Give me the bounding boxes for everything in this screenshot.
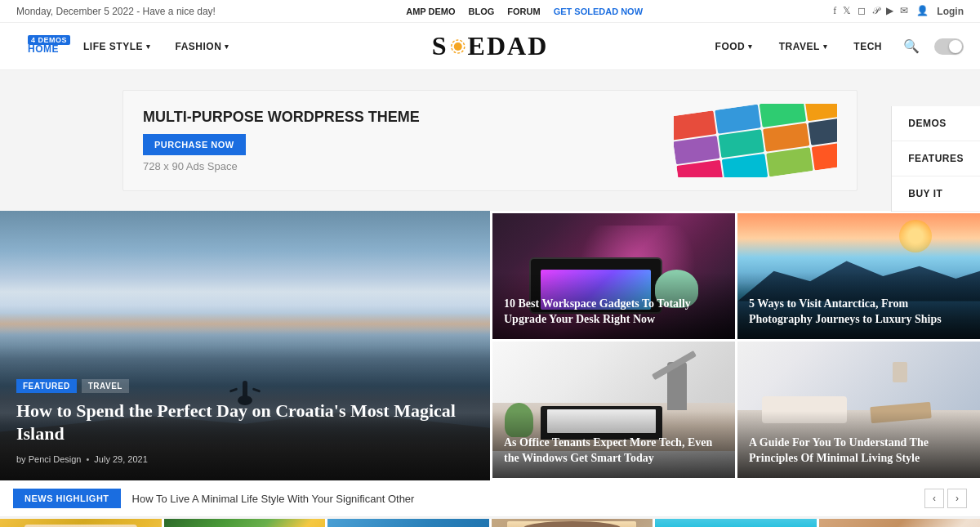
workspace-title[interactable]: 10 Best Workspace Gadgets To Totally Upg…	[504, 297, 724, 328]
ad-section: MULTI-PURPOSE WORDPRESS THEME PURCHASE N…	[0, 70, 980, 211]
nav-travel[interactable]: TRAVEL	[768, 34, 840, 59]
news-highlight-text[interactable]: How To Live A Minimal Life Style With Yo…	[132, 493, 913, 505]
article-antarctica[interactable]: 5 Ways to Visit Antarctica, From Photogr…	[735, 211, 980, 342]
workspace-overlay: 10 Best Workspace Gadgets To Totally Upg…	[492, 272, 735, 339]
thumb-4[interactable]	[492, 519, 656, 527]
top-bar: Monday, December 5 2022 - Have a nice da…	[0, 0, 980, 23]
top-bar-right: f 𝕏 ◻ 𝒫 ▶ ✉ 👤 Login	[833, 5, 964, 17]
ad-title: MULTI-PURPOSE WORDPRESS THEME	[143, 109, 657, 126]
pinterest-icon[interactable]: 𝒫	[872, 5, 880, 17]
thumb-5[interactable]	[655, 519, 819, 527]
email-icon[interactable]: ✉	[900, 5, 908, 17]
sidebar-menu: DEMOS FEATURES BUY IT	[891, 106, 980, 212]
news-nav-buttons: ‹ ›	[924, 489, 967, 508]
meta-dot: •	[87, 454, 90, 464]
theme-toggle-knob	[949, 40, 962, 53]
nav-right: FOOD TRAVEL TECH 🔍	[704, 34, 964, 59]
hero-main-article[interactable]: Featured Travel How to Spend the Perfect…	[0, 211, 490, 480]
tag-travel[interactable]: Travel	[82, 379, 129, 393]
ad-image	[674, 104, 837, 177]
minimal-overlay: A Guide For You To Understand The Princi…	[737, 411, 980, 478]
tag-featured[interactable]: Featured	[16, 379, 77, 393]
amp-demo-link[interactable]: AMP DEMO	[406, 7, 455, 16]
facebook-icon[interactable]: f	[833, 5, 836, 17]
thumb-1[interactable]	[0, 519, 164, 527]
nav-food[interactable]: FOOD	[704, 34, 764, 59]
article-workspace[interactable]: 10 Best Workspace Gadgets To Totally Upg…	[490, 211, 735, 342]
top-nav-links: AMP DEMO BLOG FORUM GET SOLEDAD NOW	[406, 7, 643, 16]
nav-badge: 4 DEMOS	[28, 35, 70, 45]
sidebar-features[interactable]: FEATURES	[892, 141, 980, 176]
thumb-6[interactable]	[819, 519, 981, 527]
hero-grid: Featured Travel How to Spend the Perfect…	[0, 211, 980, 480]
main-nav: 4 DEMOS HOME LIFE STYLE FASHION S EDAD F…	[0, 23, 980, 70]
news-highlight-badge: NEWS HIGHLIGHT	[13, 489, 121, 508]
svg-point-0	[454, 42, 462, 51]
article-meta: by Penci Design • July 29, 2021	[16, 454, 474, 464]
main-article-title[interactable]: How to Spend the Perfect Day on Croatia'…	[16, 400, 474, 446]
sidebar-buyit[interactable]: BUY IT	[892, 176, 980, 212]
ad-text: MULTI-PURPOSE WORDPRESS THEME PURCHASE N…	[143, 109, 657, 172]
author: by Penci Design	[16, 454, 82, 464]
date: July 29, 2021	[94, 454, 147, 464]
thumb-2[interactable]	[164, 519, 328, 527]
logo-sun-icon	[449, 38, 467, 56]
site-logo[interactable]: S EDAD	[432, 31, 548, 61]
youtube-icon[interactable]: ▶	[886, 5, 893, 17]
login-button[interactable]: Login	[937, 6, 964, 17]
minimal-title[interactable]: A Guide For You To Understand The Princi…	[749, 435, 969, 467]
social-icons: f 𝕏 ◻ 𝒫 ▶ ✉	[833, 5, 908, 17]
ad-size: 728 x 90 Ads Space	[143, 160, 657, 172]
office-overlay: As Office Tenants Expect More Tech, Even…	[492, 411, 735, 478]
nav-tech[interactable]: TECH	[842, 34, 893, 59]
blog-link[interactable]: BLOG	[469, 7, 495, 16]
nav-fashion[interactable]: FASHION	[164, 34, 241, 59]
hero-main-overlay: Featured Travel How to Spend the Perfect…	[0, 330, 490, 480]
news-prev-button[interactable]: ‹	[924, 489, 944, 508]
twitter-icon[interactable]: 𝕏	[843, 5, 851, 17]
thumbnails-row	[0, 519, 980, 527]
nav-left: 4 DEMOS HOME LIFE STYLE FASHION	[16, 32, 241, 61]
forum-link[interactable]: FORUM	[507, 7, 540, 16]
ad-banner: MULTI-PURPOSE WORDPRESS THEME PURCHASE N…	[122, 90, 858, 191]
antarctica-overlay: 5 Ways to Visit Antarctica, From Photogr…	[737, 272, 980, 339]
nav-logo-area: S EDAD	[432, 31, 548, 61]
search-icon[interactable]: 🔍	[897, 38, 926, 54]
nav-home[interactable]: 4 DEMOS HOME	[16, 32, 70, 61]
theme-toggle[interactable]	[934, 38, 964, 55]
news-next-button[interactable]: ›	[947, 489, 967, 508]
article-minimal[interactable]: A Guide For You To Understand The Princi…	[735, 342, 980, 480]
instagram-icon[interactable]: ◻	[858, 5, 866, 17]
news-highlight-bar: NEWS HIGHLIGHT How To Live A Minimal Lif…	[0, 480, 980, 517]
date-tagline: Monday, December 5 2022 - Have a nice da…	[16, 6, 216, 17]
thumb-3[interactable]	[327, 519, 492, 527]
antarctica-title[interactable]: 5 Ways to Visit Antarctica, From Photogr…	[749, 297, 969, 328]
sidebar-demos[interactable]: DEMOS	[892, 106, 980, 141]
nav-lifestyle[interactable]: LIFE STYLE	[72, 34, 163, 59]
article-office[interactable]: As Office Tenants Expect More Tech, Even…	[490, 342, 735, 480]
logo-text-edad: EDAD	[468, 31, 549, 61]
get-soledad-link[interactable]: GET SOLEDAD NOW	[554, 7, 643, 16]
logo-text-sol: S	[432, 31, 448, 61]
purchase-now-button[interactable]: PURCHASE NOW	[143, 134, 246, 155]
office-title[interactable]: As Office Tenants Expect More Tech, Even…	[504, 435, 724, 467]
article-tags: Featured Travel	[16, 379, 474, 393]
account-icon: 👤	[916, 5, 929, 17]
